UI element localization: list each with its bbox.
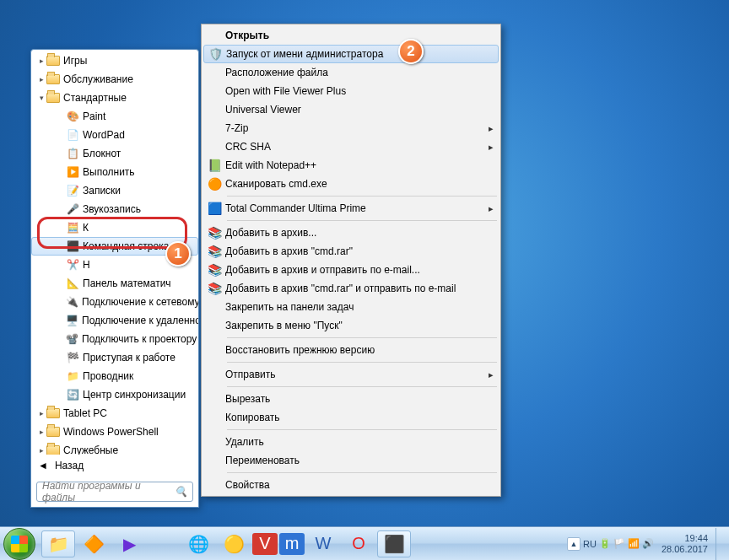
- program-label: Н: [83, 259, 90, 271]
- program-label: К: [83, 222, 89, 234]
- program-label: Блокнот: [83, 148, 121, 159]
- context-menu-item[interactable]: 🟠Сканировать cmd.exe: [203, 175, 499, 193]
- folder-label: Windows PowerShell: [63, 426, 159, 438]
- context-menu-item[interactable]: CRC SHA: [203, 137, 499, 156]
- taskbar-vivaldi-icon[interactable]: V: [252, 533, 278, 555]
- context-menu-item[interactable]: Восстановить прежнюю версию: [203, 341, 499, 359]
- search-input[interactable]: Найти программы и файлы 🔍: [36, 482, 193, 502]
- context-menu-item[interactable]: Отправить: [203, 365, 499, 384]
- tray-lang[interactable]: RU: [583, 539, 597, 549]
- context-menu-item[interactable]: Свойства: [203, 476, 499, 494]
- taskbar-wmp-icon[interactable]: 🔶: [77, 530, 111, 557]
- taskbar-maxthon-icon[interactable]: m: [279, 533, 305, 555]
- context-menu-item[interactable]: Переименовать: [203, 451, 499, 470]
- taskbar-media-icon[interactable]: ▶: [112, 530, 146, 557]
- taskbar-explorer-icon[interactable]: 📁: [41, 530, 75, 557]
- program-item[interactable]: 📄WordPad: [31, 126, 198, 144]
- program-icon: 📁: [66, 369, 79, 383]
- menu-item-label: Удалить: [225, 436, 483, 448]
- program-item[interactable]: 📁Проводник: [31, 367, 198, 385]
- tray-time: 19:44: [662, 533, 708, 544]
- folder-label: Обслуживание: [63, 73, 133, 85]
- taskbar-chrome-icon[interactable]: 🟡: [217, 530, 251, 557]
- taskbar: 📁 🔶 ▶ 🌐 🟡 V m W O ⬛ ▲ RU 🔋 🏳️ 📶 🔊 19:44 …: [0, 526, 729, 560]
- start-button[interactable]: [3, 528, 35, 560]
- taskbar-cmd-icon[interactable]: ⬛: [377, 530, 411, 557]
- menu-item-label: Закрепить на панели задач: [225, 301, 483, 313]
- context-menu-item[interactable]: 🟦Total Commander Ultima Prime: [203, 199, 499, 218]
- tray-clock[interactable]: 19:44 28.06.2017: [662, 533, 708, 555]
- context-menu-item[interactable]: 7-Zip: [203, 119, 499, 137]
- start-menu: ▸Игры▸Обслуживание▾Стандартные 🎨Paint📄Wo…: [30, 49, 199, 508]
- program-item[interactable]: ▶️Выполнить: [31, 163, 198, 181]
- menu-item-icon: 📚: [203, 226, 225, 240]
- folder-item[interactable]: ▸Служебные: [31, 441, 198, 455]
- program-item[interactable]: 🎨Paint: [31, 107, 198, 126]
- menu-item-label: Edit with Notepad++: [225, 159, 483, 171]
- menu-item-label: Восстановить прежнюю версию: [225, 344, 483, 356]
- context-menu-item[interactable]: Open with File Viewer Plus: [203, 82, 499, 100]
- context-menu-item[interactable]: Закрепить на панели задач: [203, 298, 499, 316]
- program-icon: 🎤: [66, 202, 79, 216]
- tree-toggle-icon: ▸: [36, 409, 46, 417]
- program-icon: 📐: [66, 277, 79, 290]
- context-menu-item[interactable]: Копировать: [203, 408, 499, 427]
- menu-item-icon: 🛡️: [204, 47, 226, 61]
- context-menu-item[interactable]: Расположение файла: [203, 63, 499, 82]
- program-item[interactable]: 📝Записки: [31, 181, 198, 200]
- folder-icon: [46, 425, 60, 439]
- taskbar-word-icon[interactable]: W: [306, 530, 340, 557]
- taskbar-ie-icon[interactable]: 🌐: [181, 530, 215, 557]
- folder-item[interactable]: ▾Стандартные: [31, 89, 198, 107]
- badge-2: 2: [398, 39, 424, 64]
- context-menu-item[interactable]: Открыть: [203, 26, 499, 45]
- program-icon: 📄: [66, 128, 79, 142]
- context-menu-item[interactable]: 📗Edit with Notepad++: [203, 156, 499, 175]
- menu-item-label: Копировать: [225, 412, 483, 423]
- folder-icon: [46, 91, 60, 105]
- program-item[interactable]: 📽️Подключить к проектору: [31, 330, 198, 348]
- back-label: Назад: [55, 460, 84, 471]
- program-item[interactable]: 🔄Центр синхронизации: [31, 385, 198, 404]
- program-item[interactable]: 🔌Подключение к сетевому: [31, 293, 198, 311]
- program-item[interactable]: 📐Панель математич: [31, 274, 198, 293]
- program-label: Командная строка: [83, 240, 169, 252]
- folder-item[interactable]: ▸Игры: [31, 51, 198, 70]
- context-menu-item[interactable]: Закрепить в меню "Пуск": [203, 316, 499, 335]
- program-item[interactable]: 📋Блокнот: [31, 144, 198, 163]
- menu-item-label: Open with File Viewer Plus: [225, 85, 483, 97]
- tray-volume-icon[interactable]: 🔊: [642, 538, 654, 549]
- folder-item[interactable]: ▸Обслуживание: [31, 70, 198, 89]
- context-menu-item[interactable]: 📚Добавить в архив "cmd.rar" и отправить …: [203, 279, 499, 298]
- menu-item-label: CRC SHA: [225, 141, 483, 153]
- menu-item-label: Universal Viewer: [225, 104, 483, 116]
- context-menu-item[interactable]: Вырезать: [203, 390, 499, 408]
- folder-item[interactable]: ▸Windows PowerShell: [31, 423, 198, 441]
- show-desktop-button[interactable]: [716, 528, 724, 560]
- tray-battery-icon[interactable]: 🔋: [599, 538, 611, 549]
- context-menu-item[interactable]: Удалить: [203, 433, 499, 451]
- program-item[interactable]: 🎤Звукозапись: [31, 200, 198, 218]
- back-button[interactable]: ◄ Назад: [31, 455, 198, 477]
- tray-chevron-icon[interactable]: ▲: [567, 537, 580, 551]
- program-label: Звукозапись: [83, 203, 141, 215]
- context-menu-item[interactable]: 📚Добавить в архив...: [203, 223, 499, 242]
- program-item[interactable]: 🖥️Подключение к удаленном: [31, 311, 198, 330]
- context-menu-item[interactable]: 🛡️Запуск от имени администратора: [203, 45, 499, 63]
- program-label: Проводник: [83, 370, 133, 382]
- program-label: Панель математич: [83, 277, 171, 289]
- folder-item[interactable]: ▸Tablet PC: [31, 404, 198, 423]
- context-menu-item[interactable]: 📚Добавить в архив "cmd.rar": [203, 242, 499, 261]
- program-icon: 🔄: [66, 388, 79, 401]
- taskbar-opera-icon[interactable]: O: [342, 530, 375, 557]
- tray-network-icon[interactable]: 📶: [628, 538, 640, 549]
- tray-flag-icon[interactable]: 🏳️: [613, 538, 625, 549]
- program-label: Приступая к работе: [83, 352, 176, 363]
- program-item[interactable]: 🧮К: [31, 218, 198, 237]
- context-menu-item[interactable]: 📚Добавить в архив и отправить по e-mail.…: [203, 261, 499, 279]
- context-menu: Открыть🛡️Запуск от имени администратораР…: [201, 24, 501, 497]
- tree-toggle-icon: ▸: [36, 57, 46, 65]
- program-item[interactable]: 🏁Приступая к работе: [31, 348, 198, 367]
- context-menu-item[interactable]: Universal Viewer: [203, 100, 499, 119]
- menu-item-label: Переименовать: [225, 455, 483, 466]
